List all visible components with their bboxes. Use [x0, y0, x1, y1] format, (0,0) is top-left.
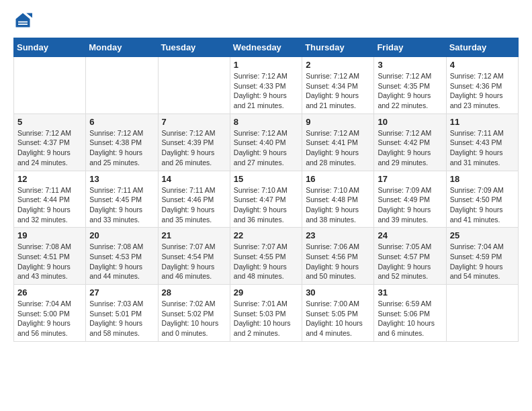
day-info: Sunrise: 7:11 AM Sunset: 4:45 PM Dayligh… [89, 185, 154, 225]
day-info: Sunrise: 7:08 AM Sunset: 4:53 PM Dayligh… [89, 242, 154, 281]
day-number: 23 [306, 230, 370, 240]
day-number: 16 [306, 174, 370, 184]
day-info: Sunrise: 7:08 AM Sunset: 4:51 PM Dayligh… [17, 242, 82, 281]
day-cell: 22Sunrise: 7:07 AM Sunset: 4:55 PM Dayli… [230, 228, 302, 285]
day-number: 11 [450, 117, 515, 127]
day-cell: 28Sunrise: 7:02 AM Sunset: 5:02 PM Dayli… [158, 285, 230, 342]
day-info: Sunrise: 7:02 AM Sunset: 5:02 PM Dayligh… [162, 299, 226, 338]
day-number: 22 [234, 230, 298, 240]
day-info: Sunrise: 7:01 AM Sunset: 5:03 PM Dayligh… [234, 299, 298, 338]
day-info: Sunrise: 7:12 AM Sunset: 4:33 PM Dayligh… [234, 71, 298, 111]
weekday-header-row: SundayMondayTuesdayWednesdayThursdayFrid… [14, 38, 519, 57]
page: SundayMondayTuesdayWednesdayThursdayFrid… [0, 0, 532, 355]
day-cell: 14Sunrise: 7:11 AM Sunset: 4:46 PM Dayli… [158, 171, 230, 228]
day-info: Sunrise: 7:09 AM Sunset: 4:49 PM Dayligh… [378, 185, 442, 225]
day-info: Sunrise: 7:06 AM Sunset: 4:56 PM Dayligh… [306, 242, 370, 281]
day-number: 20 [89, 230, 154, 240]
day-number: 8 [234, 117, 298, 127]
day-number: 28 [162, 287, 226, 298]
day-cell: 9Sunrise: 7:12 AM Sunset: 4:41 PM Daylig… [302, 113, 374, 171]
day-cell: 8Sunrise: 7:12 AM Sunset: 4:40 PM Daylig… [230, 113, 302, 171]
day-info: Sunrise: 7:04 AM Sunset: 5:00 PM Dayligh… [17, 299, 82, 338]
day-number: 31 [378, 287, 442, 298]
svg-rect-3 [18, 24, 28, 25]
day-info: Sunrise: 7:12 AM Sunset: 4:36 PM Dayligh… [450, 71, 515, 111]
week-row-5: 26Sunrise: 7:04 AM Sunset: 5:00 PM Dayli… [14, 285, 519, 342]
day-info: Sunrise: 7:12 AM Sunset: 4:41 PM Dayligh… [306, 128, 370, 168]
day-info: Sunrise: 7:04 AM Sunset: 4:59 PM Dayligh… [450, 242, 515, 281]
day-info: Sunrise: 7:12 AM Sunset: 4:39 PM Dayligh… [162, 128, 226, 168]
day-info: Sunrise: 7:11 AM Sunset: 4:43 PM Dayligh… [450, 128, 515, 168]
day-number: 30 [306, 287, 370, 298]
day-info: Sunrise: 7:07 AM Sunset: 4:55 PM Dayligh… [234, 242, 298, 281]
day-number: 21 [162, 230, 226, 240]
day-cell: 10Sunrise: 7:12 AM Sunset: 4:42 PM Dayli… [374, 113, 446, 171]
day-cell: 30Sunrise: 7:00 AM Sunset: 5:05 PM Dayli… [302, 285, 374, 342]
weekday-header-thursday: Thursday [302, 38, 374, 57]
day-cell: 24Sunrise: 7:05 AM Sunset: 4:57 PM Dayli… [374, 228, 446, 285]
day-cell: 13Sunrise: 7:11 AM Sunset: 4:45 PM Dayli… [86, 171, 158, 228]
day-cell: 4Sunrise: 7:12 AM Sunset: 4:36 PM Daylig… [446, 57, 518, 114]
day-cell [158, 57, 230, 114]
day-cell: 29Sunrise: 7:01 AM Sunset: 5:03 PM Dayli… [230, 285, 302, 342]
week-row-3: 12Sunrise: 7:11 AM Sunset: 4:44 PM Dayli… [14, 171, 519, 228]
day-cell [86, 57, 158, 114]
logo [13, 11, 35, 30]
week-row-1: 1Sunrise: 7:12 AM Sunset: 4:33 PM Daylig… [14, 57, 519, 114]
weekday-header-sunday: Sunday [14, 38, 86, 57]
weekday-header-saturday: Saturday [446, 38, 518, 57]
day-info: Sunrise: 7:12 AM Sunset: 4:40 PM Dayligh… [234, 128, 298, 168]
day-cell: 6Sunrise: 7:12 AM Sunset: 4:38 PM Daylig… [86, 113, 158, 171]
day-number: 15 [234, 174, 298, 184]
day-cell: 7Sunrise: 7:12 AM Sunset: 4:39 PM Daylig… [158, 113, 230, 171]
day-info: Sunrise: 7:09 AM Sunset: 4:50 PM Dayligh… [450, 185, 515, 225]
day-cell: 17Sunrise: 7:09 AM Sunset: 4:49 PM Dayli… [374, 171, 446, 228]
day-cell: 26Sunrise: 7:04 AM Sunset: 5:00 PM Dayli… [14, 285, 86, 342]
day-cell: 1Sunrise: 7:12 AM Sunset: 4:33 PM Daylig… [230, 57, 302, 114]
day-cell: 5Sunrise: 7:12 AM Sunset: 4:37 PM Daylig… [14, 113, 86, 171]
day-cell: 11Sunrise: 7:11 AM Sunset: 4:43 PM Dayli… [446, 113, 518, 171]
day-number: 14 [162, 174, 226, 184]
day-number: 2 [306, 60, 370, 70]
day-number: 24 [378, 230, 442, 240]
day-cell: 2Sunrise: 7:12 AM Sunset: 4:34 PM Daylig… [302, 57, 374, 114]
svg-marker-0 [16, 13, 30, 28]
weekday-header-wednesday: Wednesday [230, 38, 302, 57]
day-number: 17 [378, 174, 442, 184]
day-cell: 3Sunrise: 7:12 AM Sunset: 4:35 PM Daylig… [374, 57, 446, 114]
day-cell: 18Sunrise: 7:09 AM Sunset: 4:50 PM Dayli… [446, 171, 518, 228]
day-number: 25 [450, 230, 515, 240]
svg-rect-2 [18, 21, 28, 23]
day-info: Sunrise: 7:05 AM Sunset: 4:57 PM Dayligh… [378, 242, 442, 281]
day-number: 29 [234, 287, 298, 298]
week-row-4: 19Sunrise: 7:08 AM Sunset: 4:51 PM Dayli… [14, 228, 519, 285]
day-number: 5 [17, 117, 82, 127]
day-info: Sunrise: 7:11 AM Sunset: 4:44 PM Dayligh… [17, 185, 82, 225]
day-number: 27 [89, 287, 154, 298]
day-cell: 31Sunrise: 6:59 AM Sunset: 5:06 PM Dayli… [374, 285, 446, 342]
weekday-header-monday: Monday [86, 38, 158, 57]
day-number: 4 [450, 60, 515, 70]
day-info: Sunrise: 7:00 AM Sunset: 5:05 PM Dayligh… [306, 299, 370, 338]
day-number: 9 [306, 117, 370, 127]
day-info: Sunrise: 7:10 AM Sunset: 4:47 PM Dayligh… [234, 185, 298, 225]
day-cell: 16Sunrise: 7:10 AM Sunset: 4:48 PM Dayli… [302, 171, 374, 228]
logo-icon [13, 11, 32, 30]
day-info: Sunrise: 7:11 AM Sunset: 4:46 PM Dayligh… [162, 185, 226, 225]
day-number: 1 [234, 60, 298, 70]
weekday-header-tuesday: Tuesday [158, 38, 230, 57]
day-cell: 25Sunrise: 7:04 AM Sunset: 4:59 PM Dayli… [446, 228, 518, 285]
day-number: 10 [378, 117, 442, 127]
day-info: Sunrise: 7:10 AM Sunset: 4:48 PM Dayligh… [306, 185, 370, 225]
day-info: Sunrise: 7:12 AM Sunset: 4:34 PM Dayligh… [306, 71, 370, 111]
day-info: Sunrise: 7:12 AM Sunset: 4:38 PM Dayligh… [89, 128, 154, 168]
day-cell: 20Sunrise: 7:08 AM Sunset: 4:53 PM Dayli… [86, 228, 158, 285]
day-cell [14, 57, 86, 114]
day-number: 19 [17, 230, 82, 240]
day-cell: 19Sunrise: 7:08 AM Sunset: 4:51 PM Dayli… [14, 228, 86, 285]
day-info: Sunrise: 7:12 AM Sunset: 4:35 PM Dayligh… [378, 71, 442, 111]
day-info: Sunrise: 7:07 AM Sunset: 4:54 PM Dayligh… [162, 242, 226, 281]
day-number: 7 [162, 117, 226, 127]
day-number: 12 [17, 174, 82, 184]
day-info: Sunrise: 7:12 AM Sunset: 4:37 PM Dayligh… [17, 128, 82, 168]
